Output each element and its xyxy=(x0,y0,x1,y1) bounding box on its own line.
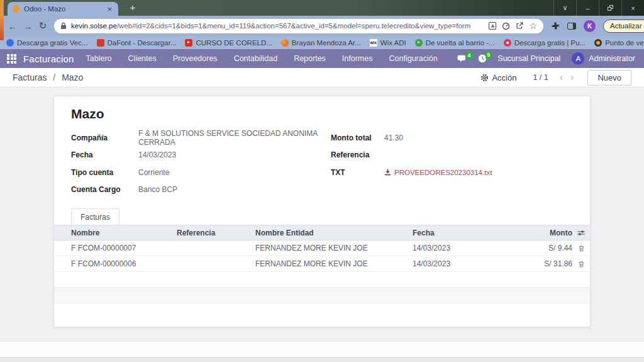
control-panel-right: Acción 1 / 1 ‹ › Nuevo xyxy=(480,70,631,86)
pager-previous-icon[interactable]: ‹ xyxy=(556,72,567,82)
pager-next-icon[interactable]: › xyxy=(567,72,577,82)
cell-fecha: 14/03/2023 xyxy=(413,259,513,268)
bookmark-item[interactable]: WIXWix ADI xyxy=(370,39,406,47)
browser-tab[interactable]: Odoo - Mazo × xyxy=(8,2,118,16)
txt-file-link[interactable]: PROVEEDORES20230314.txt xyxy=(384,169,492,176)
back-icon[interactable]: ← xyxy=(5,21,20,31)
breadcrumb-current: Mazo xyxy=(62,72,83,82)
messages-button[interactable]: 4 xyxy=(457,55,467,63)
dafont-icon xyxy=(97,39,104,47)
table-row[interactable]: F FCOM-00000007 FERNANDEZ MORE KEVIN JOE… xyxy=(54,240,590,256)
user-avatar[interactable]: A xyxy=(572,52,584,65)
window-controls: ∨ – × xyxy=(553,0,644,16)
side-panel-icon[interactable] xyxy=(567,23,576,30)
url-text: kevin.solse.pe/web#id=2&cids=1&bids=1&me… xyxy=(71,22,483,30)
window-minimize-icon[interactable]: – xyxy=(576,0,599,16)
forward-icon[interactable]: → xyxy=(20,21,35,31)
new-record-button[interactable]: Nuevo xyxy=(587,70,631,86)
extensions-puzzle-icon[interactable] xyxy=(551,21,560,30)
company-switcher[interactable]: Sucursal Principal xyxy=(497,54,560,63)
field-txt: TXT PROVEEDORES20230314.txt xyxy=(331,164,576,181)
bookmark-item[interactable]: De vuelta al barrio -... xyxy=(415,39,495,47)
bookmark-item[interactable]: Punto de venta Ven... xyxy=(594,39,644,47)
control-panel: Facturas / Mazo Acción 1 / 1 ‹ › Nuevo xyxy=(0,68,644,88)
field-cuenta-cargo-value[interactable]: Banco BCP xyxy=(138,185,177,194)
page-bottom-strip xyxy=(0,342,644,357)
breadcrumb-parent[interactable]: Facturas xyxy=(13,72,47,82)
field-referencia: Referencia xyxy=(331,147,576,164)
odoo-navbar: Facturacion Tablero Clientes Proveedores… xyxy=(0,49,644,68)
field-group-left: Compañía F & M SOLUTIONS SERVICE SOCIEDA… xyxy=(71,129,323,198)
menu-proveedores[interactable]: Proveedores xyxy=(165,49,226,68)
user-name[interactable]: Administrator xyxy=(589,54,635,63)
navbar-right: 4 5 Sucursal Principal A Administrator xyxy=(457,52,644,65)
header-nombre[interactable]: Nombre xyxy=(54,229,177,237)
vecteezy-icon xyxy=(6,39,14,47)
field-compania-value[interactable]: F & M SOLUTIONS SERVICE SOCIEDAD ANONIMA… xyxy=(138,129,323,147)
new-tab-button[interactable]: + xyxy=(126,1,140,14)
txt-file-name: PROVEEDORES20230314.txt xyxy=(394,169,492,176)
bookmark-item[interactable]: CURSO DE CORELD... xyxy=(185,39,272,47)
tab-facturas[interactable]: Facturas xyxy=(71,208,119,225)
taskbar-edge xyxy=(0,357,644,362)
update-label: Actualizar xyxy=(610,22,642,30)
window-titlebar: Odoo - Mazo × + ∨ – × xyxy=(0,0,644,16)
menu-configuracion[interactable]: Configuración xyxy=(381,49,446,68)
delete-row-icon[interactable] xyxy=(572,261,590,268)
chrome-update-button[interactable]: Actualizar ⋮ xyxy=(603,20,644,33)
header-referencia[interactable]: Referencia xyxy=(177,229,255,237)
header-monto[interactable]: Monto xyxy=(513,229,572,237)
bookmark-item[interactable]: DaFont - Descargar... xyxy=(97,39,177,47)
action-menu-button[interactable]: Acción xyxy=(480,73,516,82)
header-fecha[interactable]: Fecha xyxy=(413,229,513,237)
bookmark-star-icon[interactable]: ☆ xyxy=(529,21,537,31)
menu-tablero[interactable]: Tablero xyxy=(78,49,120,68)
window-chevron-icon[interactable]: ∨ xyxy=(553,0,576,16)
pager-value: 1 / 1 xyxy=(533,73,548,82)
bookmark-item[interactable]: Descarga gratis Vec... xyxy=(6,39,88,47)
cell-entidad: FERNANDEZ MORE KEVIN JOE xyxy=(255,259,413,268)
reload-icon[interactable]: ↻ xyxy=(35,20,50,31)
youtube-icon xyxy=(185,39,192,47)
field-monto-total-value: 41.30 xyxy=(384,133,403,142)
window-restore-icon[interactable] xyxy=(599,0,621,16)
wix-icon: WIX xyxy=(370,39,377,47)
menu-clientes[interactable]: Clientes xyxy=(120,49,165,68)
app-brand[interactable]: Facturacion xyxy=(23,54,74,64)
share-icon[interactable] xyxy=(516,22,523,30)
table-header-row: Nombre Referencia Nombre Entidad Fecha M… xyxy=(54,225,590,240)
optional-columns-icon[interactable] xyxy=(572,229,590,237)
bookmark-item[interactable]: Descarga gratis | Pu... xyxy=(504,39,586,47)
browser-toolbar: ← → ↻ kevin.solse.pe/web#id=2&cids=1&bid… xyxy=(0,16,644,36)
cell-entidad: FERNANDEZ MORE KEVIN JOE xyxy=(255,244,413,252)
app-menu: Tablero Clientes Proveedores Contabilida… xyxy=(78,49,446,68)
field-fecha-value[interactable]: 14/03/2023 xyxy=(138,150,176,159)
odoo-favicon-icon xyxy=(13,5,20,13)
profile-avatar[interactable]: K xyxy=(584,20,596,32)
performance-icon[interactable] xyxy=(502,22,510,30)
field-tipo-cuenta-value[interactable]: Corriente xyxy=(138,168,169,177)
activities-button[interactable]: 5 xyxy=(478,54,487,63)
pink-circle-icon xyxy=(504,39,511,47)
table-row[interactable]: F FCOM-00000006 FERNANDEZ MORE KEVIN JOE… xyxy=(54,256,590,272)
menu-reportes[interactable]: Reportes xyxy=(286,49,334,68)
url-bar[interactable]: kevin.solse.pe/web#id=2&cids=1&bids=1&me… xyxy=(54,19,543,33)
bookmark-item[interactable]: Brayan Mendoza Ar... xyxy=(281,39,361,47)
apps-grid-icon[interactable] xyxy=(7,54,16,64)
empty-table-row xyxy=(54,288,590,303)
menu-informes[interactable]: Informes xyxy=(334,49,381,68)
translate-icon[interactable]: A xyxy=(489,22,496,30)
header-nombre-entidad[interactable]: Nombre Entidad xyxy=(255,229,413,237)
cell-monto: S/ 9.44 xyxy=(513,244,572,252)
lock-icon xyxy=(60,22,67,30)
url-path: /web#id=2&cids=1&bids=1&menu_id=119&acti… xyxy=(117,22,470,30)
field-tipo-cuenta: Tipo cuenta Corriente xyxy=(71,164,323,181)
field-compania: Compañía F & M SOLUTIONS SERVICE SOCIEDA… xyxy=(71,129,323,147)
cell-fecha: 14/03/2023 xyxy=(413,244,513,252)
field-fecha: Fecha 14/03/2023 xyxy=(71,147,323,164)
menu-contabilidad[interactable]: Contabilidad xyxy=(226,49,286,68)
delete-row-icon[interactable] xyxy=(572,245,590,252)
download-icon xyxy=(384,169,391,176)
window-close-icon[interactable]: × xyxy=(621,0,644,16)
tab-close-icon[interactable]: × xyxy=(106,5,113,13)
